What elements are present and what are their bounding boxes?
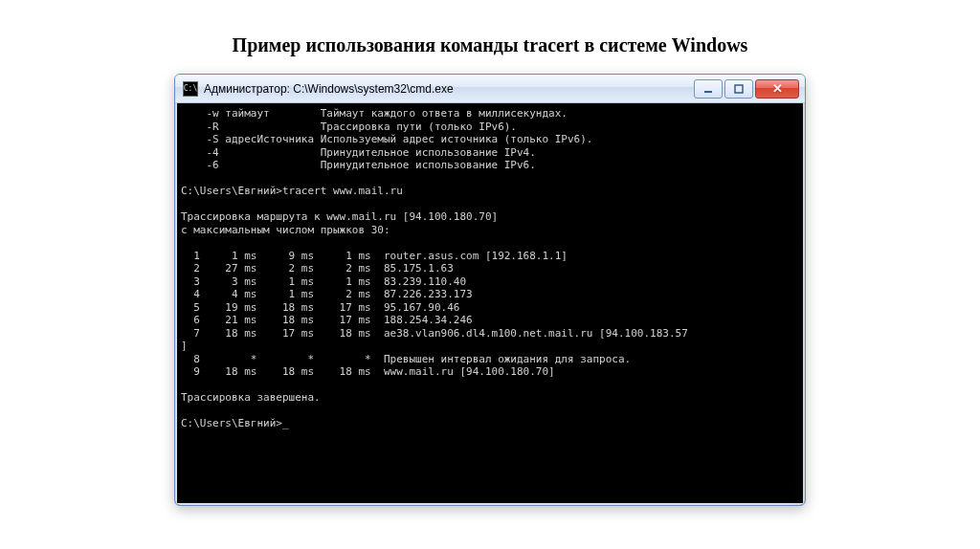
window-title: Администратор: C:\Windows\system32\cmd.e…: [204, 82, 692, 96]
cmd-window: C:\ Администратор: C:\Windows\system32\c…: [174, 74, 806, 506]
svg-rect-1: [735, 85, 743, 93]
terminal-output: -w таймаут Таймаут каждого ответа в милл…: [181, 107, 799, 430]
terminal[interactable]: -w таймаут Таймаут каждого ответа в милл…: [175, 103, 805, 505]
close-button[interactable]: ✕: [755, 79, 799, 99]
minimize-button[interactable]: [694, 79, 723, 99]
maximize-button[interactable]: [724, 79, 753, 99]
titlebar[interactable]: C:\ Администратор: C:\Windows\system32\c…: [175, 75, 805, 103]
window-controls: ✕: [692, 79, 799, 99]
page-title: Пример использования команды tracert в с…: [0, 0, 980, 74]
cmd-icon: C:\: [183, 81, 198, 97]
close-icon: ✕: [772, 81, 783, 96]
